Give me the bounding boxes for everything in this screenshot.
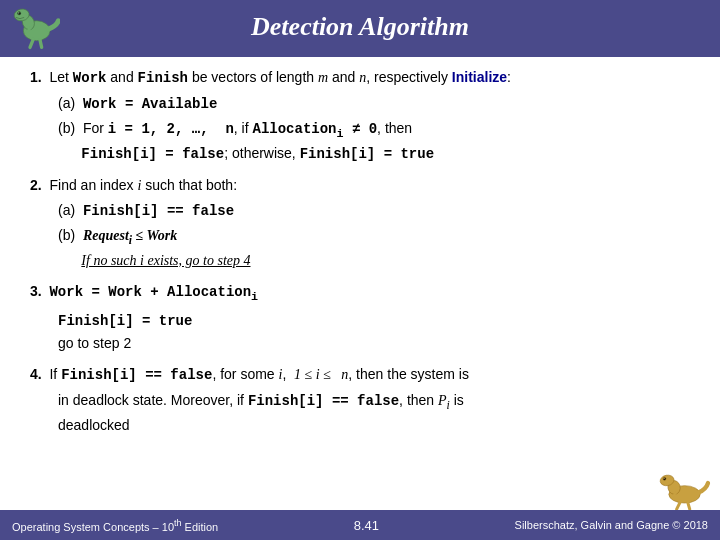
step-3-header: 3. Work = Work + Allocationi xyxy=(30,281,690,306)
step-2a: (a) Finish[i] == false xyxy=(30,200,690,222)
svg-line-6 xyxy=(40,40,42,48)
step-1-header: 1. Let Work and Finish be vectors of len… xyxy=(30,67,690,89)
footer-right: Silberschatz, Galvin and Gagne © 2018 xyxy=(515,519,708,531)
step-2: 2. Find an index i such that both: (a) F… xyxy=(30,175,690,270)
footer: Operating System Concepts – 10th Edition… xyxy=(0,510,720,540)
step-4-header: 4. If Finish[i] == false, for some i, 1 … xyxy=(30,364,690,386)
dino-bottom-right-icon xyxy=(657,470,712,510)
step-4-lines: in deadlock state. Moreover, if Finish[i… xyxy=(30,390,690,437)
main-content: 1. Let Work and Finish be vectors of len… xyxy=(0,57,720,455)
svg-point-4 xyxy=(18,12,19,13)
svg-line-14 xyxy=(688,503,690,509)
step-1b: (b) For i = 1, 2, …, n, if Allocationi ≠… xyxy=(30,118,690,165)
step-1: 1. Let Work and Finish be vectors of len… xyxy=(30,67,690,165)
footer-page-number: 8.41 xyxy=(354,518,379,533)
dino-top-left-icon xyxy=(10,4,60,50)
step-3: 3. Work = Work + Allocationi Finish[i] =… xyxy=(30,281,690,355)
svg-line-13 xyxy=(677,502,680,509)
header: Detection Algorithm xyxy=(0,0,720,54)
svg-point-12 xyxy=(664,478,665,479)
slide: Detection Algorithm 1. Let Work and Fini… xyxy=(0,0,720,540)
page-title: Detection Algorithm xyxy=(251,12,469,42)
footer-left: Operating System Concepts – 10th Edition xyxy=(12,518,218,533)
step-2-header: 2. Find an index i such that both: xyxy=(30,175,690,196)
svg-line-5 xyxy=(30,39,33,47)
step-4: 4. If Finish[i] == false, for some i, 1 … xyxy=(30,364,690,437)
step-2b: (b) Requesti ≤ Work If no such i exists,… xyxy=(30,225,690,270)
step-1a: (a) Work = Available xyxy=(30,93,690,115)
step-3-lines: Finish[i] = true go to step 2 xyxy=(30,310,690,354)
